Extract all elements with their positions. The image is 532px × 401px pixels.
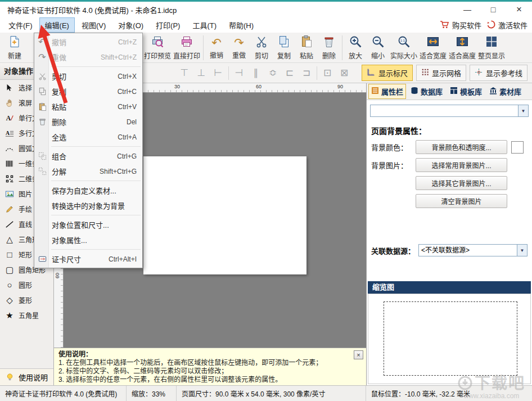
usage-help-button[interactable]: 使用说明 <box>0 368 53 385</box>
menu-item-label: 证卡尺寸 <box>52 254 81 264</box>
redo-button[interactable]: ↷ 重做 <box>228 34 250 62</box>
align-top-icon[interactable]: ⊤ <box>178 66 191 80</box>
menu-item-undo[interactable]: ↶ 撤销 Ctrl+Z <box>34 34 142 49</box>
status-mouse-position: 鼠标位置：-10.0 毫米, -32.2 毫米 <box>366 386 532 401</box>
menu-item-save-as-custom-material[interactable]: 保存为自定义素材... <box>34 183 142 198</box>
svg-text:1:1: 1:1 <box>400 39 405 42</box>
new-button-label: 新建 <box>8 51 21 60</box>
status-app-name: 神奇证卡证书打印软件 4.0 (免费试用) <box>0 386 126 401</box>
menu-tools[interactable]: 工具(T) <box>187 17 222 33</box>
zoom-out-button[interactable]: 缩小 <box>367 34 389 62</box>
single-line-text-icon: A <box>4 112 15 124</box>
menu-item-copy[interactable]: 复制 Ctrl+C <box>34 84 142 99</box>
tab-label: 数据库 <box>421 86 443 97</box>
minimize-button[interactable]: — <box>454 2 480 17</box>
fit-to-page-icon[interactable]: ⊠ <box>337 66 351 80</box>
select-other-background-button[interactable]: 选择其它背景图片... <box>416 176 507 190</box>
fit-width-button[interactable]: 适合宽度 <box>418 34 448 62</box>
ungroup-icon <box>37 167 48 175</box>
show-guides-toggle[interactable]: 显示参考线 <box>470 65 528 81</box>
close-button[interactable]: × <box>506 2 532 17</box>
menu-object[interactable]: 对象(O) <box>112 17 149 33</box>
fit-height-button[interactable]: 适合高度 <box>448 34 477 62</box>
thumbnail-preview <box>368 294 531 384</box>
h-ruler-label: 90 <box>337 84 343 89</box>
zoom-in-button[interactable]: 放大 <box>344 34 367 62</box>
print-preview-button[interactable]: 打印预览 <box>143 34 172 62</box>
object-selector-dropdown[interactable]: ▼ <box>370 105 529 117</box>
maximize-button[interactable]: □ <box>480 2 506 17</box>
datasource-value: <不关联数据源> <box>419 245 517 256</box>
triangle-icon: △ <box>4 234 15 245</box>
same-height-icon[interactable]: ⊐ <box>300 66 313 80</box>
undo-button[interactable]: ↶ 撤销 <box>205 34 228 62</box>
menu-item-ungroup[interactable]: 分解 Shift+Ctrl+G <box>34 164 142 179</box>
menu-item-cut[interactable]: 剪切 Ctrl+X <box>34 69 142 84</box>
menu-item-redo[interactable]: ↷ 重做 Shift+Ctrl+Z <box>34 49 142 65</box>
zoom-in-label: 放大 <box>349 51 362 60</box>
menu-item-select-all[interactable]: 全选 Ctrl+A <box>34 129 142 145</box>
fit-height-icon <box>456 35 469 50</box>
menu-edit[interactable]: 编辑(E) <box>39 17 75 33</box>
background-color-button[interactable]: 背景颜色和透明度... <box>416 140 507 154</box>
menu-item-convert-selection-to-background[interactable]: 转换选中的对象为背景 <box>34 198 142 213</box>
tab-database[interactable]: 数据库 <box>408 84 445 99</box>
full-page-button[interactable]: 整页显示 <box>477 34 506 62</box>
full-page-label: 整页显示 <box>478 51 505 60</box>
menu-item-paste[interactable]: 粘贴 Ctrl+V <box>34 99 142 114</box>
direct-print-label: 直接打印 <box>173 51 200 60</box>
menu-item-label: 组合 <box>52 151 66 161</box>
select-common-background-button[interactable]: 选择常用背景图片... <box>416 158 507 172</box>
menu-item-card-size[interactable]: 证卡尺寸 Ctrl+Alt+I <box>34 251 142 267</box>
align-right-icon[interactable]: ⊣ <box>232 66 246 80</box>
copy-button[interactable]: 复制 <box>273 34 295 62</box>
paste-button[interactable]: 粘贴 <box>295 34 318 62</box>
show-grid-toggle[interactable]: 显示网格 <box>416 65 466 81</box>
background-color-swatch[interactable] <box>511 141 524 154</box>
tool-star[interactable]: ★ 五角星 <box>0 308 53 323</box>
close-tips-button[interactable]: × <box>354 350 363 359</box>
menu-item-group[interactable]: 组合 Ctrl+G <box>34 148 142 164</box>
actual-size-button[interactable]: 1:1 实际大小 <box>389 34 418 62</box>
menu-item-object-properties[interactable]: 对象属性... <box>34 232 142 247</box>
print-preview-label: 打印预览 <box>144 51 171 60</box>
menu-item-delete[interactable]: 删除 Del <box>34 114 142 129</box>
menu-help[interactable]: 帮助(H) <box>223 17 259 33</box>
svg-text:A: A <box>6 115 11 121</box>
show-ruler-toggle[interactable]: 显示标尺 <box>362 65 413 81</box>
cut-label: 剪切 <box>255 51 268 60</box>
tool-label: 手绘 <box>19 204 32 214</box>
redo-icon: ↷ <box>234 36 244 49</box>
chevron-down-icon[interactable]: ▼ <box>517 245 527 256</box>
buy-software-button[interactable]: 购买软件 <box>440 20 481 30</box>
menu-view[interactable]: 视图(V) <box>76 17 111 33</box>
align-left-icon[interactable]: ⊢ <box>211 66 225 80</box>
tab-materials[interactable]: 素材库 <box>486 84 524 99</box>
menu-print[interactable]: 打印(P) <box>150 17 186 33</box>
new-button[interactable]: 新建 <box>3 34 26 62</box>
tool-circle[interactable]: ○ 圆形 <box>0 277 53 292</box>
distribute-vertical-icon[interactable]: ≎ <box>266 66 279 80</box>
activate-software-button[interactable]: 激活软件 <box>487 20 528 30</box>
cut-button[interactable]: 剪切 <box>250 34 273 62</box>
same-width-icon[interactable]: ⊏ <box>283 66 296 80</box>
show-grid-label: 显示网格 <box>432 67 461 78</box>
delete-button[interactable]: 删除 <box>318 34 340 62</box>
menu-item-label: 对象属性... <box>52 235 87 245</box>
center-in-page-icon[interactable]: ⊡ <box>321 66 334 80</box>
direct-print-button[interactable]: 直接打印 <box>172 34 201 62</box>
menu-item-object-position-size[interactable]: 对象位置和尺寸... <box>34 217 142 232</box>
tool-diamond[interactable]: ◇ 菱形 <box>0 292 53 308</box>
tab-templates[interactable]: 模板库 <box>447 84 485 99</box>
svg-text:A: A <box>6 129 10 136</box>
clear-background-button[interactable]: 清空背景图片 <box>416 194 507 208</box>
edit-menu-dropdown: ↶ 撤销 Ctrl+Z ↷ 重做 Shift+Ctrl+Z 剪切 Ctrl+X … <box>34 33 143 268</box>
align-bottom-icon[interactable]: ⊥ <box>195 66 208 80</box>
canvas-page[interactable] <box>143 156 306 274</box>
menu-item-shortcut: Shift+Ctrl+Z <box>101 53 142 61</box>
distribute-horizontal-icon[interactable]: ∥ <box>249 66 263 80</box>
menu-file[interactable]: 文件(F) <box>3 17 38 33</box>
tab-properties[interactable]: 属性栏 <box>368 84 406 99</box>
datasource-dropdown[interactable]: <不关联数据源> ▼ <box>418 244 528 256</box>
chevron-down-icon[interactable]: ▼ <box>518 105 528 116</box>
